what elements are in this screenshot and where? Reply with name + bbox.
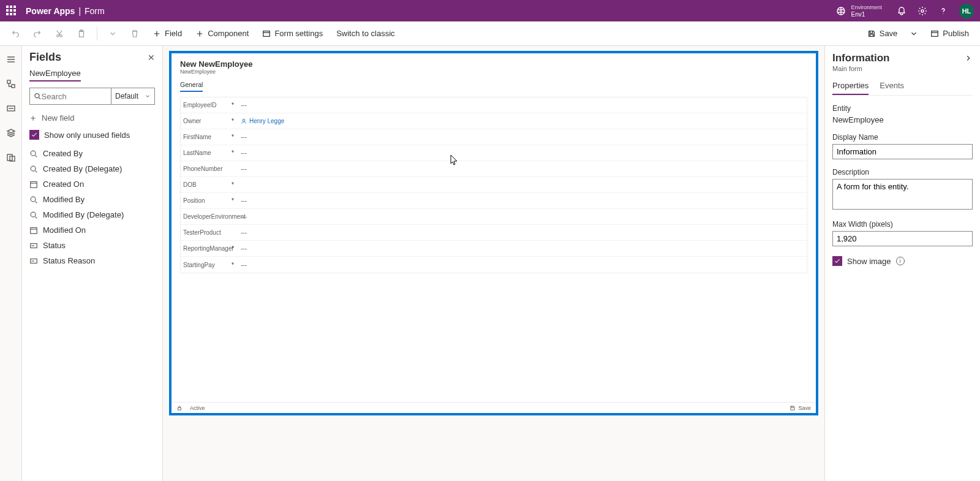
field-item[interactable]: Created On [22, 176, 162, 192]
svg-rect-23 [178, 407, 181, 410]
search-input[interactable] [42, 92, 107, 101]
redo-button[interactable] [28, 27, 47, 40]
maxwidth-label: Max Width (pixels) [832, 220, 973, 229]
form-field-row[interactable]: EmployeeID*--- [181, 97, 807, 113]
field-item[interactable]: Modified On [22, 222, 162, 238]
form-field-row[interactable]: DOB* [181, 177, 807, 193]
form-field-row[interactable]: PhoneNumber--- [181, 161, 807, 177]
chevron-down-icon [145, 93, 151, 99]
undo-button[interactable] [6, 27, 24, 40]
field-item[interactable]: Status Reason [22, 253, 162, 268]
field-value: --- [236, 165, 807, 172]
footer-save[interactable]: Save [798, 405, 811, 411]
delete-button[interactable] [126, 27, 144, 40]
field-label: EmployeeID [181, 102, 230, 108]
svg-rect-6 [263, 31, 270, 36]
field-label: Created By (Delegate) [43, 164, 122, 173]
field-item[interactable]: Created By [22, 146, 162, 161]
environment-picker[interactable]: Environment Env1 [851, 4, 882, 18]
display-name-input[interactable] [832, 144, 973, 159]
chevron-right-icon[interactable] [964, 54, 973, 62]
svg-rect-8 [7, 80, 10, 83]
show-unused-label: Show only unused fields [44, 131, 130, 140]
save-button[interactable]: Save [862, 26, 903, 40]
description-input[interactable] [832, 179, 973, 210]
field-required: * [230, 197, 236, 204]
form-tab-general[interactable]: General [180, 81, 203, 92]
form-settings-button[interactable]: Form settings [257, 26, 328, 40]
rail-components[interactable] [2, 124, 20, 142]
add-component-button[interactable]: Component [190, 26, 254, 40]
field-required: * [230, 262, 236, 268]
rail-tree[interactable] [2, 75, 20, 93]
form-field-row[interactable]: TesterProduct--- [181, 225, 807, 241]
show-unused-toggle[interactable]: Show only unused fields [22, 126, 162, 143]
switch-classic-button[interactable]: Switch to classic [331, 26, 399, 40]
search-icon [34, 92, 42, 100]
form-section[interactable]: EmployeeID*---Owner*Henry LeggeFirstName… [180, 97, 807, 273]
field-label: Created On [43, 180, 84, 189]
search-input-wrapper[interactable] [29, 88, 111, 105]
maxwidth-input[interactable] [832, 231, 973, 246]
notifications-icon[interactable] [897, 6, 907, 16]
save-dropdown-button[interactable] [905, 27, 923, 40]
app-header: Power Apps|Form Environment Env1 HL [0, 0, 980, 21]
svg-point-3 [60, 34, 62, 37]
display-name-label: Display Name [832, 133, 973, 142]
tab-properties[interactable]: Properties [832, 81, 869, 95]
user-avatar[interactable]: HL [959, 4, 974, 18]
new-field-label: New field [42, 113, 74, 123]
publish-button[interactable]: Publish [925, 26, 974, 40]
form-field-row[interactable]: Owner*Henry Legge [181, 113, 807, 129]
form-field-row[interactable]: StartingPay*--- [181, 257, 807, 273]
form-field-row[interactable]: DeveloperEnvironment--- [181, 209, 807, 225]
plus-icon [29, 115, 37, 122]
field-value: --- [236, 229, 807, 236]
field-item[interactable]: Modified By (Delegate) [22, 207, 162, 222]
field-item[interactable]: Created By (Delegate) [22, 161, 162, 176]
waffle-icon[interactable] [6, 6, 17, 17]
info-icon[interactable]: i [896, 257, 905, 265]
paste-button[interactable] [72, 27, 91, 40]
settings-icon[interactable] [918, 6, 927, 16]
field-value: --- [236, 134, 807, 140]
show-image-toggle[interactable]: Show image i [832, 256, 973, 266]
form-field-row[interactable]: ReportingManager*--- [181, 241, 807, 257]
rail-fields[interactable] [2, 100, 20, 117]
paste-more-button[interactable] [104, 27, 122, 40]
field-label: Status Reason [43, 256, 95, 265]
form-canvas[interactable]: New NewEmployee NewEmployee General Empl… [169, 51, 818, 415]
rail-data[interactable] [2, 149, 20, 166]
cut-button[interactable] [50, 27, 69, 40]
add-field-button[interactable]: Field [148, 26, 187, 40]
filter-dropdown[interactable]: Default [111, 88, 155, 105]
svg-point-2 [57, 34, 59, 37]
help-icon[interactable] [938, 6, 948, 16]
side-rail [0, 46, 22, 481]
new-field-button[interactable]: New field [22, 110, 162, 126]
field-value: --- [236, 245, 807, 252]
svg-rect-7 [932, 31, 938, 36]
checkbox-checked-icon [29, 130, 39, 140]
environment-icon[interactable] [836, 6, 846, 16]
description-label: Description [832, 168, 973, 176]
entity-tab[interactable]: NewEmployee [29, 69, 81, 81]
form-field-row[interactable]: Position*--- [181, 193, 807, 209]
form-field-row[interactable]: FirstName*--- [181, 129, 807, 145]
add-component-label: Component [208, 29, 249, 38]
field-list: Created ByCreated By (Delegate)Created O… [22, 143, 162, 271]
field-value: --- [236, 262, 807, 268]
env-label: Environment [851, 4, 882, 11]
rail-hamburger[interactable] [2, 51, 20, 68]
form-field-row[interactable]: LastName*--- [181, 145, 807, 161]
svg-point-14 [31, 151, 36, 156]
add-field-label: Field [165, 29, 182, 38]
form-title: New NewEmployee [180, 59, 807, 69]
close-panel-icon[interactable]: ✕ [148, 53, 155, 62]
field-label: Status [43, 241, 66, 250]
field-item[interactable]: Modified By [22, 192, 162, 207]
field-label: FirstName [181, 134, 230, 140]
form-settings-label: Form settings [274, 29, 323, 38]
tab-events[interactable]: Events [880, 81, 904, 95]
field-item[interactable]: Status [22, 238, 162, 253]
